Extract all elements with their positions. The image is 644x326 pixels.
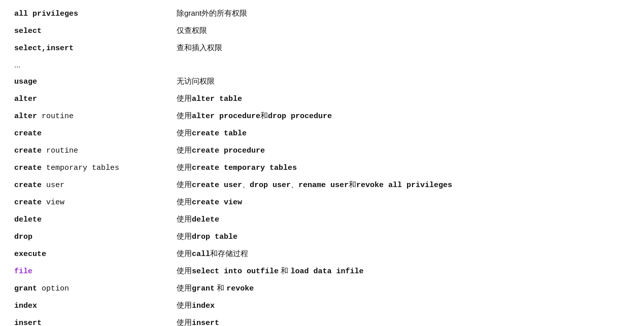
- privilege-cell: drop: [10, 228, 173, 245]
- description-cell: 使用create procedure: [173, 142, 634, 159]
- privilege-cell: create temporary tables: [10, 159, 173, 176]
- table-row: all privileges除grant外的所有权限: [10, 5, 634, 22]
- description-cell: 除grant外的所有权限: [173, 5, 634, 22]
- table-row: alter routine使用alter procedure和drop proc…: [10, 107, 634, 125]
- privilege-cell: grant option: [10, 280, 173, 297]
- description-cell: 使用delete: [173, 211, 634, 228]
- privilege-cell: create user: [10, 176, 173, 194]
- privilege-cell: select: [10, 22, 173, 40]
- privilege-cell: file: [10, 263, 173, 280]
- privilege-cell: execute: [10, 245, 173, 263]
- table-row: create使用create table: [10, 125, 634, 142]
- table-row: create view使用create view: [10, 194, 634, 211]
- description-cell: 使用create user、drop user、rename user和revo…: [173, 176, 634, 194]
- description-cell: [173, 57, 634, 73]
- table-row: create routine使用create procedure: [10, 142, 634, 159]
- table-row: insert使用insert: [10, 314, 634, 326]
- description-cell: 使用create table: [173, 125, 634, 142]
- privilege-cell: create: [10, 125, 173, 142]
- description-cell: 使用drop table: [173, 228, 634, 245]
- table-row: alter使用alter table: [10, 90, 634, 107]
- privilege-cell: select,insert: [10, 40, 173, 57]
- privilege-cell: delete: [10, 211, 173, 228]
- privilege-cell: alter: [10, 90, 173, 107]
- description-cell: 查和插入权限: [173, 40, 634, 57]
- privilege-cell: all privileges: [10, 5, 173, 22]
- privilege-cell: create view: [10, 194, 173, 211]
- privilege-cell: ...: [10, 57, 173, 73]
- description-cell: 使用alter table: [173, 90, 634, 107]
- table-row: file使用select into outfile 和 load data in…: [10, 263, 634, 280]
- description-cell: 使用alter procedure和drop procedure: [173, 107, 634, 125]
- table-row: grant option使用grant 和 revoke: [10, 280, 634, 297]
- privilege-cell: create routine: [10, 142, 173, 159]
- privileges-table: all privileges除grant外的所有权限select仅查权限sele…: [10, 5, 634, 326]
- table-row: execute使用call和存储过程: [10, 245, 634, 263]
- description-cell: 使用select into outfile 和 load data infile: [173, 263, 634, 280]
- privilege-cell: usage: [10, 73, 173, 90]
- description-cell: 使用create view: [173, 194, 634, 211]
- privilege-cell: insert: [10, 314, 173, 326]
- table-row: drop使用drop table: [10, 228, 634, 245]
- table-row: ...: [10, 57, 634, 73]
- description-cell: 使用create temporary tables: [173, 159, 634, 176]
- description-cell: 使用insert: [173, 314, 634, 326]
- privilege-cell: index: [10, 297, 173, 314]
- table-row: create user使用create user、drop user、renam…: [10, 176, 634, 194]
- table-row: usage无访问权限: [10, 73, 634, 90]
- description-cell: 无访问权限: [173, 73, 634, 90]
- table-row: select,insert查和插入权限: [10, 40, 634, 57]
- description-cell: 使用grant 和 revoke: [173, 280, 634, 297]
- table-row: select仅查权限: [10, 22, 634, 40]
- privilege-cell: alter routine: [10, 107, 173, 125]
- description-cell: 仅查权限: [173, 22, 634, 40]
- table-row: delete使用delete: [10, 211, 634, 228]
- description-cell: 使用index: [173, 297, 634, 314]
- description-cell: 使用call和存储过程: [173, 245, 634, 263]
- table-row: create temporary tables使用create temporar…: [10, 159, 634, 176]
- table-row: index使用index: [10, 297, 634, 314]
